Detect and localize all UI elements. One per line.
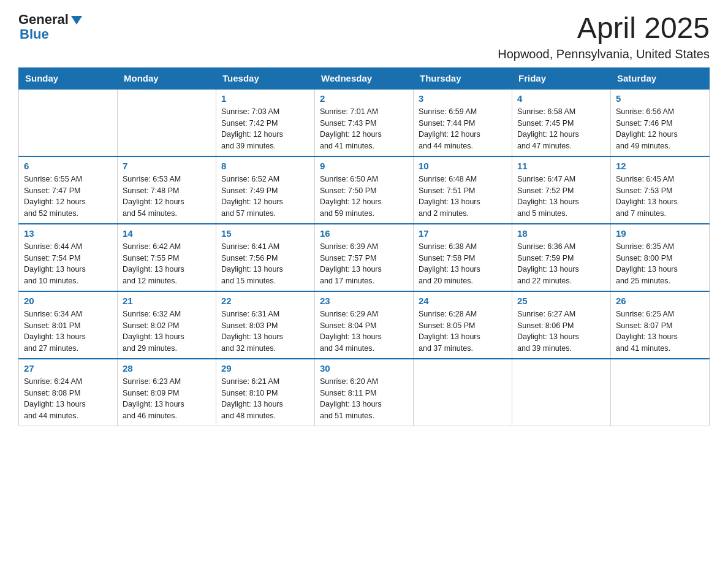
day-info: Sunrise: 6:20 AM Sunset: 8:11 PM Dayligh… (320, 376, 408, 422)
calendar-cell (611, 359, 710, 426)
calendar-cell: 19Sunrise: 6:35 AM Sunset: 8:00 PM Dayli… (611, 224, 710, 291)
weekday-header-friday: Friday (512, 67, 611, 89)
calendar-cell: 24Sunrise: 6:28 AM Sunset: 8:05 PM Dayli… (414, 291, 512, 359)
weekday-header-saturday: Saturday (611, 67, 710, 89)
day-number: 4 (517, 93, 605, 104)
calendar-table: SundayMondayTuesdayWednesdayThursdayFrid… (18, 67, 710, 426)
day-info: Sunrise: 6:21 AM Sunset: 8:10 PM Dayligh… (221, 376, 309, 422)
day-number: 7 (123, 161, 211, 171)
day-number: 26 (616, 296, 704, 306)
calendar-cell: 18Sunrise: 6:36 AM Sunset: 7:59 PM Dayli… (512, 224, 611, 291)
day-number: 16 (320, 228, 408, 239)
calendar-cell: 30Sunrise: 6:20 AM Sunset: 8:11 PM Dayli… (315, 359, 414, 426)
month-year-title: April 2025 (498, 12, 710, 45)
day-number: 2 (320, 93, 408, 104)
calendar-cell: 17Sunrise: 6:38 AM Sunset: 7:58 PM Dayli… (414, 224, 512, 291)
calendar-cell: 13Sunrise: 6:44 AM Sunset: 7:54 PM Dayli… (19, 224, 118, 291)
day-number: 1 (221, 93, 309, 104)
day-number: 20 (24, 296, 112, 306)
week-row-1: 1Sunrise: 7:03 AM Sunset: 7:42 PM Daylig… (19, 89, 710, 156)
calendar-cell: 20Sunrise: 6:34 AM Sunset: 8:01 PM Dayli… (19, 291, 118, 359)
page-header: General Blue April 2025 Hopwood, Pennsyl… (18, 12, 710, 61)
calendar-cell: 4Sunrise: 6:58 AM Sunset: 7:45 PM Daylig… (512, 89, 611, 156)
day-number: 15 (221, 228, 309, 239)
day-info: Sunrise: 6:58 AM Sunset: 7:45 PM Dayligh… (517, 106, 605, 152)
calendar-cell: 28Sunrise: 6:23 AM Sunset: 8:09 PM Dayli… (118, 359, 216, 426)
day-info: Sunrise: 6:44 AM Sunset: 7:54 PM Dayligh… (24, 241, 112, 287)
day-number: 17 (419, 228, 507, 239)
day-info: Sunrise: 6:35 AM Sunset: 8:00 PM Dayligh… (616, 241, 704, 287)
weekday-header-thursday: Thursday (414, 67, 512, 89)
logo-triangle-icon (70, 13, 83, 27)
day-info: Sunrise: 6:25 AM Sunset: 8:07 PM Dayligh… (616, 308, 704, 354)
day-info: Sunrise: 7:01 AM Sunset: 7:43 PM Dayligh… (320, 106, 408, 152)
day-info: Sunrise: 6:34 AM Sunset: 8:01 PM Dayligh… (24, 308, 112, 354)
day-info: Sunrise: 6:48 AM Sunset: 7:51 PM Dayligh… (419, 174, 507, 220)
day-number: 9 (320, 161, 408, 171)
day-info: Sunrise: 6:59 AM Sunset: 7:44 PM Dayligh… (419, 106, 507, 152)
day-number: 18 (517, 228, 605, 239)
day-number: 3 (419, 93, 507, 104)
day-number: 10 (419, 161, 507, 171)
day-number: 5 (616, 93, 704, 104)
day-number: 12 (616, 161, 704, 171)
calendar-cell: 14Sunrise: 6:42 AM Sunset: 7:55 PM Dayli… (118, 224, 216, 291)
logo: General Blue (18, 12, 83, 42)
calendar-cell (118, 89, 216, 156)
day-info: Sunrise: 6:55 AM Sunset: 7:47 PM Dayligh… (24, 174, 112, 220)
day-info: Sunrise: 6:31 AM Sunset: 8:03 PM Dayligh… (221, 308, 309, 354)
calendar-cell: 25Sunrise: 6:27 AM Sunset: 8:06 PM Dayli… (512, 291, 611, 359)
calendar-cell: 12Sunrise: 6:45 AM Sunset: 7:53 PM Dayli… (611, 156, 710, 224)
weekday-header-wednesday: Wednesday (315, 67, 414, 89)
day-number: 19 (616, 228, 704, 239)
weekday-header-sunday: Sunday (19, 67, 118, 89)
day-info: Sunrise: 6:45 AM Sunset: 7:53 PM Dayligh… (616, 174, 704, 220)
calendar-cell: 1Sunrise: 7:03 AM Sunset: 7:42 PM Daylig… (216, 89, 315, 156)
day-number: 25 (517, 296, 605, 306)
day-info: Sunrise: 6:24 AM Sunset: 8:08 PM Dayligh… (24, 376, 112, 422)
day-info: Sunrise: 6:41 AM Sunset: 7:56 PM Dayligh… (221, 241, 309, 287)
calendar-cell: 8Sunrise: 6:52 AM Sunset: 7:49 PM Daylig… (216, 156, 315, 224)
calendar-cell: 2Sunrise: 7:01 AM Sunset: 7:43 PM Daylig… (315, 89, 414, 156)
week-row-4: 20Sunrise: 6:34 AM Sunset: 8:01 PM Dayli… (19, 291, 710, 359)
calendar-cell: 9Sunrise: 6:50 AM Sunset: 7:50 PM Daylig… (315, 156, 414, 224)
calendar-cell: 26Sunrise: 6:25 AM Sunset: 8:07 PM Dayli… (611, 291, 710, 359)
day-info: Sunrise: 6:56 AM Sunset: 7:46 PM Dayligh… (616, 106, 704, 152)
calendar-cell: 21Sunrise: 6:32 AM Sunset: 8:02 PM Dayli… (118, 291, 216, 359)
calendar-cell: 7Sunrise: 6:53 AM Sunset: 7:48 PM Daylig… (118, 156, 216, 224)
calendar-cell: 3Sunrise: 6:59 AM Sunset: 7:44 PM Daylig… (414, 89, 512, 156)
day-number: 14 (123, 228, 211, 239)
weekday-header-monday: Monday (118, 67, 216, 89)
calendar-cell: 22Sunrise: 6:31 AM Sunset: 8:03 PM Dayli… (216, 291, 315, 359)
calendar-cell: 15Sunrise: 6:41 AM Sunset: 7:56 PM Dayli… (216, 224, 315, 291)
day-number: 23 (320, 296, 408, 306)
day-info: Sunrise: 6:27 AM Sunset: 8:06 PM Dayligh… (517, 308, 605, 354)
day-number: 6 (24, 161, 112, 171)
day-info: Sunrise: 7:03 AM Sunset: 7:42 PM Dayligh… (221, 106, 309, 152)
calendar-cell: 23Sunrise: 6:29 AM Sunset: 8:04 PM Dayli… (315, 291, 414, 359)
day-info: Sunrise: 6:39 AM Sunset: 7:57 PM Dayligh… (320, 241, 408, 287)
calendar-cell: 5Sunrise: 6:56 AM Sunset: 7:46 PM Daylig… (611, 89, 710, 156)
week-row-5: 27Sunrise: 6:24 AM Sunset: 8:08 PM Dayli… (19, 359, 710, 426)
calendar-cell (414, 359, 512, 426)
day-number: 27 (24, 363, 112, 373)
day-number: 21 (123, 296, 211, 306)
week-row-2: 6Sunrise: 6:55 AM Sunset: 7:47 PM Daylig… (19, 156, 710, 224)
calendar-cell (512, 359, 611, 426)
day-info: Sunrise: 6:50 AM Sunset: 7:50 PM Dayligh… (320, 174, 408, 220)
day-number: 11 (517, 161, 605, 171)
logo-general-text: General (18, 12, 69, 27)
calendar-cell (19, 89, 118, 156)
day-info: Sunrise: 6:38 AM Sunset: 7:58 PM Dayligh… (419, 241, 507, 287)
day-info: Sunrise: 6:32 AM Sunset: 8:02 PM Dayligh… (123, 308, 211, 354)
day-info: Sunrise: 6:52 AM Sunset: 7:49 PM Dayligh… (221, 174, 309, 220)
calendar-cell: 29Sunrise: 6:21 AM Sunset: 8:10 PM Dayli… (216, 359, 315, 426)
day-info: Sunrise: 6:23 AM Sunset: 8:09 PM Dayligh… (123, 376, 211, 422)
day-number: 29 (221, 363, 309, 373)
weekday-header-tuesday: Tuesday (216, 67, 315, 89)
day-number: 30 (320, 363, 408, 373)
day-number: 8 (221, 161, 309, 171)
day-number: 28 (123, 363, 211, 373)
calendar-cell: 16Sunrise: 6:39 AM Sunset: 7:57 PM Dayli… (315, 224, 414, 291)
weekday-header-row: SundayMondayTuesdayWednesdayThursdayFrid… (19, 67, 710, 89)
